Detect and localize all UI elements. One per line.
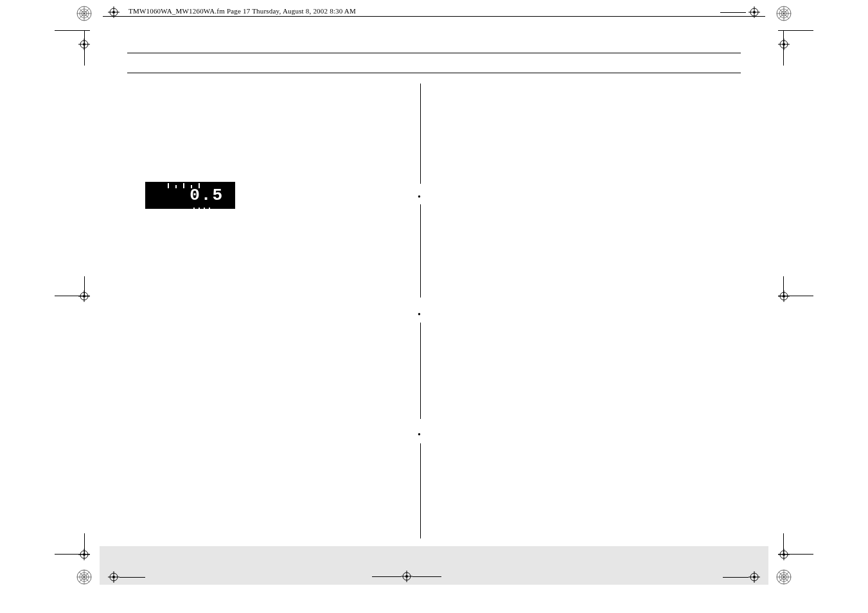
svg-point-0 [77,6,91,21]
register-mark-mid-right [778,290,790,302]
svg-point-14 [753,11,756,13]
svg-line-19 [779,8,789,19]
svg-line-69 [779,572,789,582]
rosette-corner-bottom-left [76,569,93,585]
svg-point-26 [780,40,788,48]
crop-bar-mid-left-h [55,296,90,296]
page-rule-2 [127,73,741,73]
crop-bar-bottom-center-l [372,576,401,577]
register-mark-lower-right [778,549,790,560]
register-mark-upper-right [778,39,790,50]
svg-point-71 [781,574,786,580]
svg-line-54 [79,572,89,582]
svg-point-21 [781,11,786,16]
svg-point-7 [110,8,118,16]
svg-line-53 [79,572,89,582]
crop-bar-mid-right-h [778,296,813,296]
svg-point-6 [82,11,87,16]
microwave-display-graphic: 0.5 [145,182,235,209]
center-divider-seg-3 [420,323,421,419]
crop-bar-mid-right-v [783,276,784,296]
crop-bar-bottom-center-r [412,576,441,577]
svg-point-5 [80,9,89,18]
svg-point-55 [80,573,89,582]
svg-point-70 [779,573,788,582]
svg-point-56 [82,574,87,580]
crop-bar-top-right [720,12,746,13]
bullet-3: • [418,431,421,440]
crop-bar-lower-left-v [84,533,85,554]
svg-point-15 [777,6,791,21]
svg-point-42 [780,551,788,558]
svg-point-10 [112,11,115,13]
footer-band [100,546,768,585]
svg-point-34 [780,292,788,300]
svg-line-3 [79,8,89,19]
svg-point-65 [777,570,791,584]
svg-point-20 [779,9,788,18]
center-divider-seg-4 [420,443,421,538]
svg-line-68 [779,572,789,582]
crop-bar-bottom-left [120,577,145,578]
crop-bar-upper-right-v [783,30,784,66]
bullet-1: • [418,193,421,202]
center-divider-seg-1 [420,84,421,184]
source-file-header: TMW1060WA_MW1260WA.fm Page 17 Thursday, … [128,7,356,15]
header-underline [103,16,765,17]
rosette-corner-top-left [76,5,93,22]
page-rule-1 [127,53,741,53]
center-divider-seg-2 [420,204,421,298]
display-bottom-ticks [191,202,224,208]
crop-bar-upper-left-v [84,30,85,66]
bullet-2: • [418,310,421,319]
crop-bar-lower-right-v [783,533,784,554]
svg-point-50 [77,570,91,584]
rosette-corner-bottom-right [775,569,792,585]
rosette-corner-top-right [775,5,792,22]
svg-line-4 [79,8,89,19]
crop-bar-mid-left-v [84,276,85,296]
svg-point-11 [750,8,758,16]
crop-bar-lower-right-h [778,554,813,555]
svg-line-18 [779,8,789,19]
crop-bar-lower-left-h [55,554,90,555]
crop-bar-bottom-right [723,577,748,578]
